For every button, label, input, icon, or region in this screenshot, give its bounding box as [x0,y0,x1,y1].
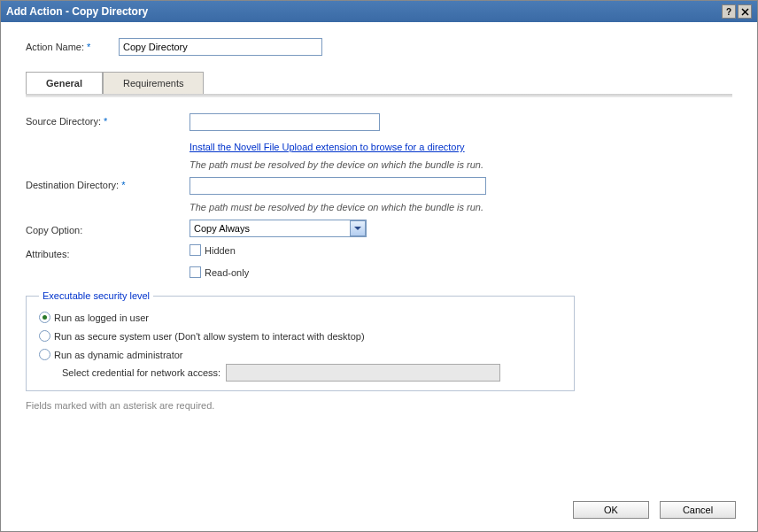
tab-general[interactable]: General [26,72,103,94]
tab-requirements[interactable]: Requirements [103,72,204,94]
radio-logged-in-user-label: Run as logged in user [54,312,149,323]
dialog-window: Add Action - Copy Directory ? Action Nam… [0,0,758,532]
copy-option-label: Copy Option: [26,222,190,235]
hidden-checkbox-label: Hidden [205,245,236,256]
required-fields-note: Fields marked with an asterisk are requi… [26,400,732,411]
source-path-hint: The path must be resolved by the device … [190,159,732,170]
radio-dynamic-administrator-label: Run as dynamic administrator [54,350,183,360]
source-directory-input[interactable] [190,113,380,131]
dest-path-hint: The path must be resolved by the device … [190,202,732,212]
action-name-input[interactable] [119,38,322,56]
hidden-checkbox[interactable] [190,244,201,256]
destination-directory-input[interactable] [190,177,486,195]
executable-security-legend: Executable security level [39,290,153,301]
copy-option-value[interactable] [190,220,367,237]
credential-input [226,364,500,382]
attributes-label: Attributes: [26,246,190,259]
radio-logged-in-user[interactable] [39,312,50,323]
executable-security-fieldset: Executable security level Run as logged … [26,290,575,391]
copy-option-select[interactable] [190,220,367,237]
dialog-title: Add Action - Copy Directory [6,5,148,18]
titlebar: Add Action - Copy Directory ? [1,1,757,22]
radio-dynamic-administrator[interactable] [39,349,50,360]
help-button[interactable]: ? [722,4,736,19]
action-name-label: Action Name: * [26,42,119,52]
destination-directory-label: Destination Directory: * [26,177,190,190]
chevron-down-icon[interactable] [350,220,366,236]
titlebar-buttons: ? [722,4,752,19]
ok-button[interactable]: OK [573,501,649,519]
readonly-checkbox-label: Read-only [205,267,249,278]
close-button[interactable] [738,4,752,19]
readonly-checkbox[interactable] [190,266,201,278]
radio-secure-system-user[interactable] [39,330,50,342]
radio-secure-system-user-label: Run as secure system user (Don't allow s… [54,331,365,342]
cancel-button[interactable]: Cancel [660,501,736,519]
install-extension-link[interactable]: Install the Novell File Upload extension… [190,142,465,152]
credential-label: Select credential for network access: [62,367,220,378]
tabs: General Requirements [26,72,732,94]
source-directory-label: Source Directory: * [26,113,190,127]
